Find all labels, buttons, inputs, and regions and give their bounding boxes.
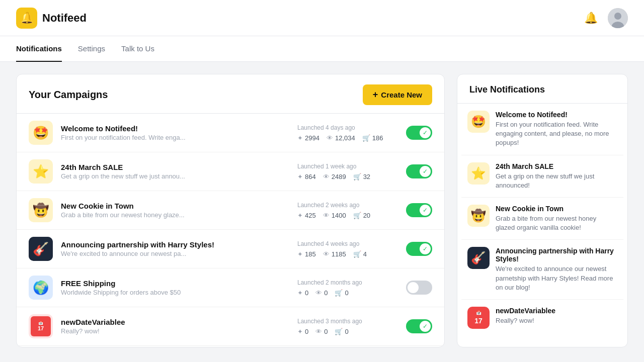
campaign-toggle[interactable]: ✓: [406, 203, 432, 217]
stat-launched: Launched 1 week ago: [297, 163, 398, 170]
toggle-knob: ✓: [420, 127, 431, 138]
live-icon: 🎸: [467, 247, 490, 269]
toggle-knob: ✓: [420, 321, 431, 332]
live-header: Live Notifications: [457, 74, 627, 104]
cart-icon: 🛒: [335, 328, 343, 335]
stat-cart: 🛒 4: [353, 250, 367, 258]
campaign-name: 24th March SALE: [61, 163, 289, 171]
live-item-desc: We're excited to announce our newest par…: [496, 264, 617, 292]
campaign-info: newDateVariablee Really? wow!: [61, 318, 289, 335]
nav-talk[interactable]: Talk to Us: [121, 36, 154, 62]
create-new-button[interactable]: + Create New: [363, 84, 432, 105]
live-icon: 🤠: [467, 205, 490, 227]
live-item-desc: Really? wow!: [496, 316, 555, 325]
toggle-wrap: ✓: [406, 203, 432, 217]
live-item-name: Welcome to Notifeed!: [496, 111, 617, 119]
live-list: 🤩 Welcome to Notifeed! First on your not…: [457, 104, 627, 347]
campaign-toggle[interactable]: ✓: [406, 126, 432, 140]
campaign-name: newDateVariablee: [61, 318, 289, 326]
campaign-stats: Launched 2 months ago ✦ 0 👁 0 🛒 0: [297, 279, 398, 297]
stat-cart: 🛒 20: [353, 212, 370, 219]
live-item-desc: Grab a bite from our newest honey glazed…: [496, 214, 617, 232]
stat-clicks: ✦ 425: [297, 212, 316, 219]
stat-cart: 🛒 0: [335, 289, 348, 297]
campaign-info: 24th March SALE Get a grip on the new st…: [61, 163, 289, 180]
campaign-row: 🌍 FREE Shippinggg Worldwide Free Shippin…: [17, 346, 444, 347]
live-item-desc: Get a grip on the new stuff we just anno…: [496, 172, 617, 190]
campaigns-panel: Your Campaigns + Create New 🤩 Welcome to…: [16, 74, 445, 347]
nav-settings[interactable]: Settings: [78, 36, 105, 62]
cart-icon: 🛒: [353, 212, 361, 219]
campaign-row: 🤠 New Cookie in Town Grab a bite from ou…: [17, 191, 444, 230]
campaign-row: 🤩 Welcome to Notifeed! First on your not…: [17, 114, 444, 152]
toggle-wrap: ✓: [406, 242, 432, 256]
app-name: Notifeed: [42, 12, 87, 25]
stat-clicks: ✦ 0: [297, 289, 308, 297]
campaign-toggle[interactable]: ✓: [406, 164, 432, 178]
header: 🔔 Notifeed 🔔: [0, 0, 644, 36]
live-notification-item: 📅17 newDateVariablee Really? wow!: [461, 300, 623, 336]
stat-numbers: ✦ 0 👁 0 🛒 0: [297, 289, 398, 297]
campaign-stats: Launched 4 days ago ✦ 2994 👁 12,034 🛒 18…: [297, 124, 398, 142]
stat-launched: Launched 4 days ago: [297, 124, 398, 131]
stat-views: 👁 1185: [323, 250, 346, 258]
stat-numbers: ✦ 864 👁 2489 🛒 32: [297, 173, 398, 180]
live-notification-item: 🎸 Announcing partnership with Harry Styl…: [461, 240, 623, 300]
campaign-row: 🎸 Announcing partnership with Harry Styl…: [17, 230, 444, 268]
stat-clicks: ✦ 864: [297, 173, 316, 180]
clicks-icon: ✦: [297, 173, 303, 180]
stat-clicks: ✦ 2994: [297, 134, 319, 142]
avatar[interactable]: [608, 8, 628, 28]
stat-views: 👁 1400: [323, 212, 346, 219]
campaign-icon: 📅17: [29, 314, 53, 338]
campaign-info: FREE Shipping Worldwide Shipping for ord…: [61, 279, 289, 296]
campaigns-title: Your Campaigns: [29, 89, 108, 101]
campaign-stats: Launched 4 weeks ago ✦ 185 👁 1185 🛒 4: [297, 240, 398, 258]
clicks-icon: ✦: [297, 328, 303, 335]
campaign-desc: Grab a bite from our newest honey glaze.…: [61, 211, 289, 219]
plus-icon: +: [373, 89, 378, 100]
stat-cart: 🛒 0: [335, 328, 348, 335]
views-icon: 👁: [315, 328, 322, 335]
campaign-toggle[interactable]: ✓: [406, 242, 432, 256]
cart-icon: 🛒: [335, 289, 343, 297]
live-content: newDateVariablee Really? wow!: [496, 307, 555, 325]
stat-cart: 🛒 32: [353, 173, 370, 180]
campaign-name: New Cookie in Town: [61, 202, 289, 210]
stat-numbers: ✦ 2994 👁 12,034 🛒 186: [297, 134, 398, 142]
live-icon: 📅17: [467, 307, 490, 329]
campaign-desc: First on your notification feed. Write e…: [61, 134, 289, 141]
stat-launched: Launched 4 weeks ago: [297, 240, 398, 247]
views-icon: 👁: [315, 289, 322, 297]
views-icon: 👁: [323, 212, 330, 219]
campaign-toggle[interactable]: [406, 281, 432, 295]
campaign-row: 📅17 newDateVariablee Really? wow! Launch…: [17, 307, 444, 346]
logo-area: 🔔 Notifeed: [16, 8, 87, 29]
toggle-wrap: [406, 281, 432, 295]
toggle-knob: ✓: [420, 205, 431, 216]
cart-icon: 🛒: [362, 134, 370, 142]
toggle-knob: [408, 282, 419, 293]
stat-views: 👁 0: [315, 289, 328, 297]
campaign-name: Announcing partnership with Harry Styles…: [61, 240, 289, 249]
bell-icon[interactable]: 🔔: [584, 12, 598, 25]
campaign-info: Announcing partnership with Harry Styles…: [61, 240, 289, 257]
stat-launched: Launched 2 months ago: [297, 279, 398, 286]
live-notifications-panel: Live Notifications 🤩 Welcome to Notifeed…: [457, 74, 628, 347]
views-icon: 👁: [323, 250, 330, 258]
main-content: Your Campaigns + Create New 🤩 Welcome to…: [0, 62, 644, 359]
campaign-toggle[interactable]: ✓: [406, 319, 432, 333]
campaign-icon: 🤩: [29, 121, 53, 145]
live-notification-item: 🤠 New Cookie in Town Grab a bite from ou…: [461, 198, 623, 240]
campaign-desc: Get a grip on the new stuff we just anno…: [61, 172, 289, 180]
stat-launched: Launched 2 weeks ago: [297, 202, 398, 209]
nav: Notifications Settings Talk to Us: [0, 36, 644, 62]
nav-notifications[interactable]: Notifications: [16, 36, 62, 62]
cart-icon: 🛒: [353, 250, 361, 258]
campaign-name: FREE Shipping: [61, 279, 289, 288]
clicks-icon: ✦: [297, 134, 303, 142]
live-content: 24th March SALE Get a grip on the new st…: [496, 162, 617, 190]
live-icon: ⭐: [467, 162, 490, 185]
toggle-knob: ✓: [420, 166, 431, 177]
campaign-icon: ⭐: [29, 159, 53, 184]
